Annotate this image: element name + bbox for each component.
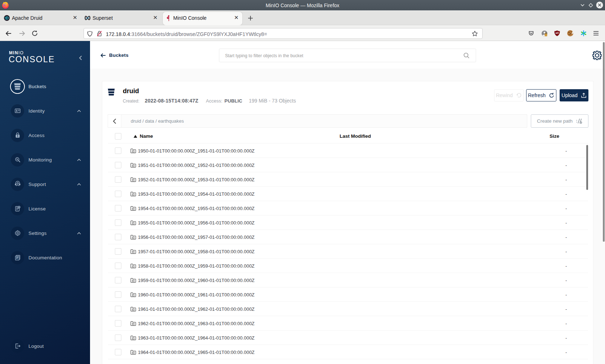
svg-text:uO: uO [555, 32, 559, 34]
